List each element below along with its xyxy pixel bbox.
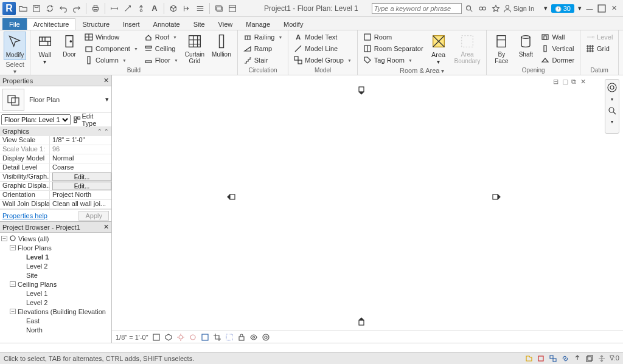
search-icon[interactable] bbox=[463, 2, 475, 15]
elevation-marker-east[interactable] bbox=[492, 193, 501, 201]
redo-icon[interactable] bbox=[71, 2, 83, 15]
thin-lines-icon[interactable] bbox=[194, 2, 206, 15]
save-icon[interactable] bbox=[30, 2, 43, 15]
prop-edit-button[interactable]: Edit... bbox=[52, 182, 111, 190]
roof-button[interactable]: Roof▼ bbox=[142, 32, 180, 43]
crop-visible-icon[interactable] bbox=[225, 333, 234, 342]
navigation-bar[interactable]: ▾ ▾ bbox=[605, 79, 619, 134]
tree-item[interactable]: Site bbox=[1, 270, 110, 280]
select-underlay-icon[interactable] bbox=[585, 354, 594, 363]
close-icon[interactable]: ✕ bbox=[610, 4, 618, 13]
tree-item[interactable]: –Elevations (Building Elevation bbox=[1, 307, 110, 316]
drawing-canvas[interactable]: ⊟ ▢ ⧉ ✕ bbox=[112, 75, 612, 331]
prop-edit-button[interactable]: Edit... bbox=[52, 173, 111, 181]
dormer-button[interactable]: Dormer bbox=[539, 55, 576, 66]
shadows-icon[interactable] bbox=[189, 333, 197, 342]
switch-windows-icon[interactable] bbox=[226, 2, 238, 15]
tab-modify[interactable]: Modify bbox=[277, 18, 310, 30]
sign-in-button[interactable]: Sign In bbox=[503, 4, 534, 13]
print-icon[interactable] bbox=[89, 2, 102, 15]
tree-item[interactable]: Level 2 bbox=[1, 261, 110, 270]
minimize-icon[interactable]: — bbox=[585, 4, 594, 13]
wall-button[interactable]: Wall▾ bbox=[34, 32, 56, 66]
notification-badge[interactable]: 🕐 30 bbox=[551, 4, 574, 13]
tree-item[interactable]: Level 1 bbox=[1, 252, 110, 261]
tree-item[interactable]: –Views (all) bbox=[1, 234, 110, 243]
properties-help-link[interactable]: Properties help bbox=[2, 212, 47, 219]
link-icon[interactable] bbox=[561, 354, 569, 363]
tab-site[interactable]: Site bbox=[187, 18, 212, 30]
apply-button[interactable]: Apply bbox=[78, 211, 109, 221]
mullion-button[interactable]: Mullion bbox=[209, 32, 234, 59]
crop-icon[interactable] bbox=[213, 333, 221, 342]
lock-icon[interactable] bbox=[237, 333, 246, 342]
by-face-button[interactable]: By Face bbox=[490, 32, 512, 66]
tree-item[interactable]: –Floor Plans bbox=[1, 243, 110, 252]
property-row[interactable]: Detail LevelCoarse bbox=[0, 163, 111, 173]
elevation-marker-south[interactable] bbox=[357, 317, 366, 326]
tree-item[interactable]: Level 1 bbox=[1, 289, 110, 298]
tree-item[interactable]: North bbox=[1, 325, 110, 334]
tab-annotate[interactable]: Annotate bbox=[147, 18, 187, 30]
sync-icon[interactable] bbox=[44, 2, 56, 15]
room-button[interactable]: Room bbox=[361, 32, 425, 43]
text-icon[interactable]: A bbox=[148, 2, 161, 15]
wall-opening-button[interactable]: Wall bbox=[539, 32, 576, 43]
view-max-icon[interactable]: ▢ bbox=[562, 78, 569, 85]
detail-level-icon[interactable] bbox=[152, 333, 161, 342]
tab-structure[interactable]: Structure bbox=[75, 18, 116, 30]
favorite-icon[interactable] bbox=[490, 2, 502, 15]
tag-room-button[interactable]: Tag Room▼ bbox=[361, 55, 425, 66]
modify-button[interactable]: Modify bbox=[4, 32, 26, 60]
edit-type-button[interactable]: Edit Type bbox=[72, 112, 110, 128]
tree-item[interactable]: –Ceiling Plans bbox=[1, 280, 110, 289]
3d-icon[interactable] bbox=[167, 2, 179, 15]
elevation-marker-west[interactable] bbox=[227, 193, 235, 201]
spot-icon[interactable] bbox=[135, 2, 147, 15]
model-group-button[interactable]: Model Group▼ bbox=[292, 55, 353, 66]
property-row[interactable]: View Scale1/8" = 1'-0" bbox=[0, 136, 111, 145]
model-line-button[interactable]: Model Line bbox=[292, 43, 353, 54]
area-button[interactable]: Area▾ bbox=[428, 32, 450, 66]
dimension-icon[interactable] bbox=[122, 2, 134, 15]
worksets-icon[interactable] bbox=[524, 354, 533, 363]
component-button[interactable]: Component▼ bbox=[83, 43, 140, 54]
editable-icon[interactable] bbox=[537, 354, 545, 363]
model-text-button[interactable]: AModel Text bbox=[292, 32, 353, 43]
view-min-icon[interactable]: ⊟ bbox=[553, 78, 560, 85]
select-pinned-icon[interactable] bbox=[573, 354, 582, 363]
section-icon[interactable] bbox=[181, 2, 193, 15]
ceiling-button[interactable]: Ceiling bbox=[142, 43, 180, 54]
floor-button[interactable]: Floor▼ bbox=[142, 55, 180, 66]
reveal-icon[interactable] bbox=[262, 333, 270, 342]
maximize-icon[interactable] bbox=[597, 4, 606, 13]
undo-icon[interactable] bbox=[57, 2, 69, 15]
filter-icon[interactable]: ∇:0 bbox=[610, 354, 619, 362]
column-button[interactable]: Column▼ bbox=[83, 55, 140, 66]
type-selector[interactable]: Floor Plan ▾ bbox=[0, 86, 111, 113]
property-row[interactable]: Visibility/Graph...Edit... bbox=[0, 173, 111, 182]
property-row[interactable]: Display ModelNormal bbox=[0, 154, 111, 163]
view-close-icon[interactable]: ✕ bbox=[580, 78, 588, 85]
vertical-opening-button[interactable]: Vertical bbox=[539, 43, 576, 54]
rendering-icon[interactable] bbox=[201, 333, 209, 342]
scale-display[interactable]: 1/8" = 1'-0" bbox=[116, 334, 148, 341]
curtain-grid-button[interactable]: Curtain Grid bbox=[183, 32, 207, 66]
room-separator-button[interactable]: Room Separator bbox=[361, 43, 425, 54]
railing-button[interactable]: Railing▼ bbox=[242, 32, 285, 43]
grid-button[interactable]: Grid bbox=[584, 43, 614, 54]
design-options-icon[interactable] bbox=[549, 354, 557, 363]
close-properties-icon[interactable]: ✕ bbox=[103, 77, 109, 84]
zoom-icon[interactable] bbox=[607, 106, 617, 115]
property-row[interactable]: Graphic Displa...Edit... bbox=[0, 182, 111, 191]
drag-icon[interactable] bbox=[597, 354, 606, 363]
open-icon[interactable] bbox=[17, 2, 29, 15]
steering-wheel-icon[interactable] bbox=[607, 82, 618, 93]
door-button[interactable]: Door bbox=[58, 32, 80, 59]
instance-select[interactable]: Floor Plan: Level 1 bbox=[1, 114, 71, 125]
property-row[interactable]: OrientationProject North bbox=[0, 191, 111, 200]
close-windows-icon[interactable] bbox=[213, 2, 225, 15]
tab-manage[interactable]: Manage bbox=[239, 18, 277, 30]
search-input[interactable] bbox=[372, 3, 462, 14]
stair-button[interactable]: Stair bbox=[242, 55, 285, 66]
